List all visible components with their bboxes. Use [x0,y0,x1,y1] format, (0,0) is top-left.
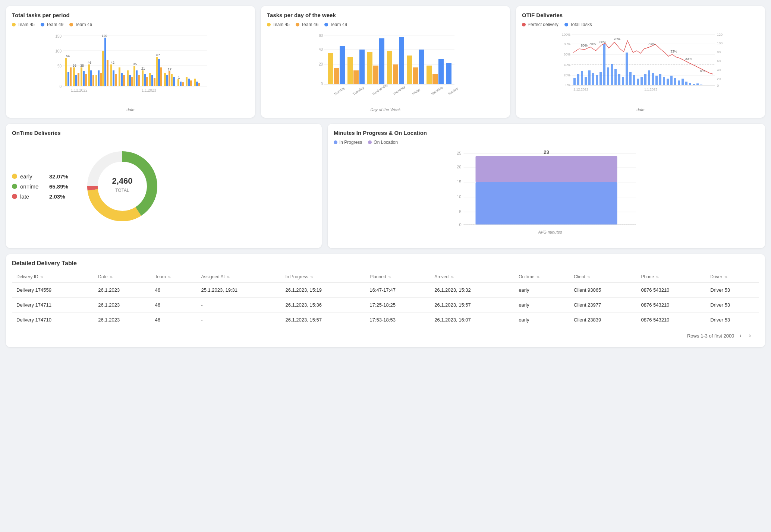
dashboard: Total tasks per period Team 45 Team 49 T… [0,0,771,353]
svg-rect-92 [387,51,392,84]
svg-rect-47 [144,74,146,86]
svg-rect-100 [438,59,444,84]
svg-text:21: 21 [141,67,145,70]
cell-planned: 17:25-18:25 [365,298,430,313]
cell-assigned: - [196,298,281,313]
svg-rect-84 [334,68,339,84]
svg-text:33%: 33% [670,50,677,53]
sort-driver: ⇅ [724,275,727,279]
ontime-label: onTime [20,183,46,190]
legend-inprogress: In Progress [334,140,362,145]
ontime-labels: early 32.07% onTime 65.89% late 2.03% [12,173,68,200]
svg-rect-50 [149,73,151,86]
svg-rect-87 [353,70,359,84]
col-assigned[interactable]: Assigned At ⇅ [196,271,281,283]
svg-text:Tuesday: Tuesday [352,86,365,96]
svg-rect-9 [65,58,67,86]
svg-text:0: 0 [459,222,461,227]
legend-onlocation: On Location [368,140,398,145]
svg-text:15: 15 [457,180,461,184]
col-client[interactable]: Client ⇅ [569,271,636,283]
col-driver[interactable]: Driver ⇅ [706,271,759,283]
svg-rect-54 [158,59,160,86]
legend-tpd-team46-label: Team 46 [301,22,318,27]
svg-rect-157 [667,79,669,85]
svg-rect-83 [328,53,333,84]
svg-rect-58 [166,75,168,86]
total-tasks-card: Total tasks per period Team 45 Team 49 T… [6,6,255,118]
pagination-next[interactable]: › [747,332,753,340]
svg-text:80%: 80% [600,40,606,44]
svg-text:100%: 100% [562,33,570,37]
pagination-prev[interactable]: ‹ [737,332,743,340]
svg-rect-145 [622,77,624,85]
svg-rect-35 [119,67,120,86]
svg-rect-68 [190,80,192,86]
svg-rect-95 [407,56,412,84]
svg-rect-51 [151,75,153,86]
svg-rect-39 [129,75,131,86]
svg-rect-137 [592,73,594,85]
cell-inprogress: 26.1.2023, 15:36 [281,298,365,313]
cell-client: Client 23839 [569,313,636,327]
svg-text:1.1.2023: 1.1.2023 [142,88,156,92]
svg-rect-38 [127,70,129,86]
svg-rect-37 [123,75,125,86]
col-date[interactable]: Date ⇅ [94,271,150,283]
cell-team: 46 [150,298,196,313]
col-inprogress[interactable]: In Progress ⇅ [281,271,365,283]
legend-team49-dot [41,23,44,26]
svg-text:100: 100 [55,49,62,53]
sort-assigned: ⇅ [227,275,230,279]
col-planned[interactable]: Planned ⇅ [365,271,430,283]
early-dot [12,174,17,179]
svg-rect-140 [603,44,605,85]
legend-team45-label: Team 45 [18,22,35,27]
svg-text:33%: 33% [685,57,692,61]
svg-rect-98 [427,66,432,84]
svg-rect-89 [367,52,372,84]
sort-inprogress: ⇅ [310,275,313,279]
col-team[interactable]: Team ⇅ [150,271,196,283]
cell-driver: Driver 53 [706,283,759,298]
svg-rect-17 [81,67,82,86]
svg-rect-148 [633,75,635,85]
total-tasks-chart: 150 100 50 0 54 36 [12,30,249,105]
svg-text:60: 60 [717,59,721,63]
legend-total: Total Tasks [564,22,592,27]
svg-rect-40 [131,77,133,86]
svg-rect-133 [577,74,579,85]
svg-text:Thursday: Thursday [392,85,406,96]
svg-text:80%: 80% [564,42,570,46]
legend-team49-label: Team 49 [46,22,63,27]
svg-rect-32 [110,64,112,86]
legend-inprogress-dot [334,140,337,144]
svg-rect-67 [188,79,190,86]
svg-rect-11 [70,67,72,86]
svg-rect-162 [685,82,687,85]
early-label: early [20,173,46,180]
cell-ontime: early [514,313,569,327]
cell-assigned: 25.1.2023, 19:31 [196,283,281,298]
col-arrived[interactable]: Arrived ⇅ [430,271,514,283]
cell-client: Client 93065 [569,283,636,298]
cell-arrived: 26.1.2023, 15:57 [430,298,514,313]
pagination-label: Rows 1-3 of first 2000 [687,333,734,339]
svg-rect-86 [347,57,353,84]
col-ontime[interactable]: OnTime ⇅ [514,271,569,283]
legend-onlocation-label: On Location [374,140,398,145]
svg-rect-158 [670,76,673,85]
svg-rect-27 [100,73,102,86]
svg-rect-154 [655,76,658,85]
svg-text:120: 120 [101,34,107,38]
col-delivery-id[interactable]: Delivery ID ⇅ [12,271,94,283]
svg-text:20: 20 [319,62,323,66]
svg-rect-44 [138,75,140,86]
svg-rect-197 [476,182,617,225]
sort-ontime: ⇅ [536,275,539,279]
col-phone[interactable]: Phone ⇅ [636,271,706,283]
table-row: Delivery 174710 26.1.2023 46 - 26.1.2023… [12,313,759,327]
early-row: early 32.07% [12,173,68,180]
svg-rect-134 [581,71,583,85]
cell-team: 46 [150,313,196,327]
